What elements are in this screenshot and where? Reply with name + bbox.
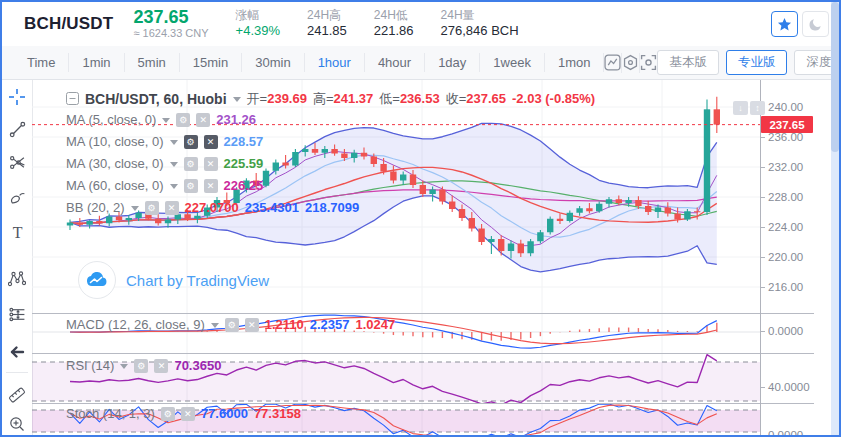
brush-tool[interactable]	[7, 187, 27, 207]
pitchfork-tool[interactable]	[7, 152, 27, 172]
screenshot-button[interactable]	[640, 53, 657, 73]
gear-icon[interactable]: ⚙	[134, 359, 148, 373]
screenshot-icon	[640, 54, 657, 71]
pane-divider-rsi[interactable]	[32, 353, 814, 354]
trendline-icon	[9, 121, 26, 138]
gear-icon[interactable]: ⚙	[161, 407, 175, 421]
ma5-value: 231.26	[216, 112, 256, 127]
text-tool[interactable]: T	[7, 222, 27, 242]
basic-view-button[interactable]: 基本版	[657, 50, 719, 75]
close-icon[interactable]: ✕	[181, 407, 195, 421]
bb-lower-value: 218.7099	[305, 200, 359, 215]
toolbar-divider	[6, 372, 28, 373]
chevron-down-icon[interactable]	[131, 206, 139, 211]
theme-toggle-button[interactable]	[802, 11, 829, 37]
timeframe-5min[interactable]: 5min	[125, 53, 180, 72]
zoom-in-icon	[8, 415, 26, 433]
stat-24h-low: 24H低 221.86	[374, 8, 414, 39]
close-icon[interactable]: ✕	[196, 113, 210, 127]
page-scrollbar[interactable]	[831, 2, 839, 435]
crosshair-icon	[8, 88, 26, 106]
ma5-legend: MA (5, close, 0) ⚙ ✕ 231.26	[66, 112, 256, 127]
crosshair-tool[interactable]	[7, 87, 27, 107]
auto-scale-button[interactable]: ↕	[750, 101, 765, 115]
close-icon[interactable]: ✕	[204, 157, 218, 171]
collapse-legend-icon[interactable]	[66, 92, 79, 105]
xabcd-pattern-tool[interactable]	[7, 269, 27, 289]
price-axis-line	[760, 80, 761, 437]
price-tick: 220.00	[768, 251, 814, 263]
chevron-down-icon[interactable]	[170, 162, 178, 167]
close-icon[interactable]: ✕	[165, 201, 179, 215]
gear-icon[interactable]: ⚙	[184, 157, 198, 171]
scroll-to-recent-button[interactable]: ↓	[733, 101, 748, 115]
tradingview-logo[interactable]	[78, 261, 116, 299]
stoch-d-value: 77.3158	[254, 406, 301, 421]
zoom-in-tool[interactable]	[7, 414, 27, 434]
timeframe-15min[interactable]: 15min	[180, 53, 242, 72]
chevron-down-icon[interactable]	[211, 323, 219, 328]
brush-icon	[9, 189, 26, 206]
chevron-down-icon[interactable]	[170, 184, 178, 189]
stat-change: 涨幅 +4.39%	[236, 8, 280, 39]
chart-style-button[interactable]	[604, 53, 622, 73]
gear-icon[interactable]: ⚙	[225, 318, 239, 332]
gear-icon[interactable]: ⚙	[184, 135, 198, 149]
timeframe-1day[interactable]: 1day	[425, 53, 480, 72]
price-tick: 228.00	[768, 191, 814, 203]
watermark-text[interactable]: Chart by TradingView	[126, 272, 269, 289]
timeframe-4hour[interactable]: 4hour	[365, 53, 425, 72]
gear-icon[interactable]: ⚙	[176, 113, 190, 127]
price-tick: 216.00	[768, 281, 814, 293]
cloud-chart-icon	[86, 272, 108, 288]
favorite-button[interactable]	[771, 11, 798, 37]
pane-divider-stoch[interactable]	[32, 403, 814, 404]
last-price: 237.65	[133, 8, 208, 27]
gear-icon[interactable]: ⚙	[145, 201, 159, 215]
trendline-tool[interactable]	[7, 119, 27, 139]
ma10-legend: MA (10, close, 0) ⚙ ✕ 228.57	[66, 134, 263, 149]
rsi-axis-tick: 40.0000	[768, 381, 814, 393]
ohlc-high: 241.37	[334, 91, 374, 106]
timeframe-1min[interactable]: 1min	[69, 53, 124, 72]
timeframe-1hour[interactable]: 1hour	[305, 53, 365, 72]
long-position-tool[interactable]	[7, 304, 27, 324]
ma60-legend: MA (60, close, 0) ⚙ ✕ 226.25	[66, 178, 263, 193]
timeframe-30min[interactable]: 30min	[242, 53, 304, 72]
close-icon[interactable]: ✕	[245, 318, 259, 332]
back-button[interactable]	[7, 342, 27, 362]
star-icon	[777, 17, 792, 32]
text-icon: T	[9, 224, 26, 241]
scrollbar-thumb[interactable]	[831, 2, 839, 152]
svg-text:T: T	[12, 224, 22, 241]
close-icon[interactable]: ✕	[204, 135, 218, 149]
close-icon[interactable]: ✕	[204, 179, 218, 193]
chevron-down-icon[interactable]	[233, 97, 241, 102]
chevron-down-icon[interactable]	[170, 140, 178, 145]
macd-hist-value: 1.2110	[265, 317, 304, 332]
gear-icon[interactable]: ⚙	[184, 179, 198, 193]
bb-mid-value: 227.0700	[185, 200, 239, 215]
measure-tool[interactable]	[7, 385, 27, 405]
main-legend: BCH/USDT, 60, Huobi 开=239.69 高=241.37 低=…	[66, 89, 595, 108]
indicator-settings-button[interactable]	[622, 53, 640, 73]
price-tick: 224.00	[768, 221, 814, 233]
price-change: -2.03 (-0.85%)	[512, 91, 595, 106]
drawing-toolbar: T	[2, 80, 33, 437]
line-chart-icon	[604, 54, 621, 71]
pane-divider-macd[interactable]	[32, 313, 814, 314]
close-icon[interactable]: ✕	[154, 359, 168, 373]
chevron-down-icon[interactable]	[120, 364, 128, 369]
position-tool-icon	[9, 306, 26, 323]
xabcd-pattern-icon	[8, 270, 26, 288]
timeframe-1mon[interactable]: 1mon	[545, 53, 605, 72]
ma60-value: 226.25	[224, 178, 264, 193]
ohlc-low: 236.53	[400, 91, 440, 106]
timeframe-1week[interactable]: 1week	[480, 53, 545, 72]
timeframe-time[interactable]: Time	[14, 53, 69, 72]
tradingview-watermark: Chart by TradingView	[78, 261, 269, 299]
pro-view-button[interactable]: 专业版	[726, 50, 788, 75]
rsi-value: 70.3650	[174, 358, 221, 373]
chevron-down-icon[interactable]	[162, 118, 170, 123]
bb-legend: BB (20, 2) ⚙ ✕ 227.0700 235.4301 218.709…	[66, 200, 359, 215]
